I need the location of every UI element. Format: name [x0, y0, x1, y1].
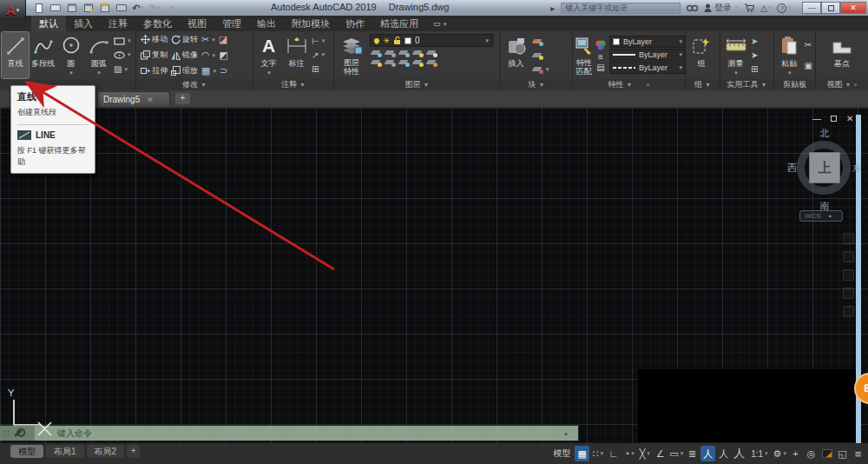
- recent-commands-icon[interactable]: ▴: [564, 426, 578, 441]
- drawing-canvas[interactable]: — ✕ 北 南 西 东 上 WCS ▾ Y ∷ 键入命令 ▴: [0, 108, 868, 443]
- navbar-orbit-icon[interactable]: [843, 269, 854, 281]
- linear-dimension-button[interactable]: ⊢▾: [312, 35, 325, 47]
- scale-tool-button[interactable]: 缩放: [171, 65, 198, 76]
- layer-unisolate-button[interactable]: [370, 57, 382, 67]
- copy-clip-button[interactable]: ▣: [805, 60, 812, 72]
- ellipse-tool-button[interactable]: ▾: [114, 49, 131, 61]
- tab-insert[interactable]: 插入: [66, 16, 101, 31]
- minimize-button[interactable]: —: [802, 2, 821, 14]
- open-file-button[interactable]: [49, 3, 62, 14]
- undo-caret-icon[interactable]: ▾: [141, 4, 144, 11]
- tab-default[interactable]: 默认: [31, 16, 66, 31]
- model-tab[interactable]: 模型: [10, 445, 43, 458]
- array-tool-button[interactable]: ▦▾: [201, 65, 216, 76]
- tab-annotate[interactable]: 注释: [101, 16, 135, 31]
- maximize-button[interactable]: [821, 2, 840, 14]
- measure-tool-button[interactable]: 测量 ▾: [722, 32, 749, 78]
- panel-label-clipboard[interactable]: 剪贴板: [774, 79, 815, 90]
- layer-properties-button[interactable]: 图层特性: [336, 32, 367, 78]
- panel-label-view[interactable]: 视图▼»: [816, 79, 868, 90]
- tab-featured-apps[interactable]: 精选应用: [372, 16, 426, 31]
- workspace-switch-button[interactable]: ⚙▾: [773, 446, 787, 461]
- layer-freeze-button[interactable]: [384, 48, 396, 57]
- ribbon-display-toggle[interactable]: ▭ ▾: [433, 16, 447, 31]
- layer-on-all-button[interactable]: [398, 57, 410, 67]
- layer-make-current-button[interactable]: [425, 48, 437, 57]
- new-drawing-tab-button[interactable]: +: [175, 93, 190, 104]
- erase-tool-button[interactable]: ◪: [219, 34, 227, 45]
- tab-addins[interactable]: 附加模块: [284, 16, 338, 31]
- application-menu-button[interactable]: A▾: [0, 0, 26, 20]
- tab-output[interactable]: 输出: [249, 16, 284, 31]
- help-button[interactable]: ?▾: [777, 3, 791, 13]
- tab-manage[interactable]: 管理: [214, 16, 249, 31]
- properties-expander-icon[interactable]: »: [647, 82, 650, 88]
- qat-customize-button[interactable]: ▾: [165, 3, 177, 14]
- undo-button[interactable]: ↶▾: [132, 3, 144, 14]
- block-attributes-button[interactable]: ▾: [531, 63, 549, 76]
- command-customize-icon[interactable]: ∷: [3, 428, 9, 438]
- save-as-button[interactable]: [82, 3, 95, 14]
- layer-lock-button[interactable]: [411, 48, 424, 57]
- object-color-dropdown[interactable]: ByLayer▾: [609, 36, 686, 48]
- text-caret-icon[interactable]: ▾: [267, 70, 271, 76]
- polyline-tool-button[interactable]: 多段线: [30, 32, 56, 78]
- navbar-pan-icon[interactable]: [843, 233, 854, 244]
- wrench-icon[interactable]: [15, 429, 23, 437]
- command-input[interactable]: 键入命令: [35, 426, 564, 441]
- panel-label-utilities[interactable]: 实用工具▼: [720, 79, 773, 90]
- isolate-objects-button[interactable]: ◎: [804, 446, 819, 461]
- insert-block-button[interactable]: 插入: [503, 32, 529, 78]
- measure-caret-icon[interactable]: ▾: [734, 70, 738, 76]
- panel-label-layers[interactable]: 图层▼: [334, 79, 500, 90]
- offset-tool-button[interactable]: ⊃: [220, 65, 227, 76]
- edit-block-button[interactable]: [531, 49, 549, 61]
- panel-label-annotate[interactable]: 注释▼: [253, 79, 333, 90]
- layer-color-swatch[interactable]: [404, 37, 411, 44]
- search-icon[interactable]: [687, 4, 698, 12]
- isodraft-toggle[interactable]: ∠: [653, 446, 667, 461]
- signin-button[interactable]: 登录 ▾: [704, 2, 738, 14]
- layer-select-dropdown[interactable]: ☀ 0 ▾: [370, 34, 493, 47]
- match-properties-button[interactable]: 特性匹配: [575, 32, 594, 78]
- layer-unlock-icon[interactable]: [393, 36, 401, 45]
- layer-isolate-button[interactable]: [370, 48, 382, 57]
- copy-tool-button[interactable]: 复制: [141, 50, 168, 61]
- dimension-tool-button[interactable]: 标注: [283, 32, 310, 78]
- fillet-tool-button[interactable]: ◠▾: [201, 50, 215, 61]
- object-snap-toggle[interactable]: ╳▾: [637, 446, 652, 461]
- create-block-button[interactable]: [531, 35, 549, 47]
- panel-label-modify[interactable]: 修改▼: [136, 79, 253, 90]
- cut-button[interactable]: ✂: [805, 38, 812, 50]
- file-tab-drawing5[interactable]: Drawing5 ✕: [97, 91, 170, 107]
- table-button[interactable]: ⊞: [312, 63, 325, 76]
- calculator-button[interactable]: ⊞: [751, 63, 758, 76]
- panel-label-group[interactable]: 组▼: [686, 79, 720, 90]
- circle-caret-icon[interactable]: ▾: [69, 70, 73, 76]
- paste-button[interactable]: 粘贴 ▾: [776, 32, 803, 78]
- layer-on-icon[interactable]: [374, 38, 379, 43]
- model-space-toggle[interactable]: 模型: [549, 446, 574, 461]
- new-layout-button[interactable]: +: [127, 445, 140, 458]
- layer-match-button[interactable]: [425, 57, 437, 67]
- annotation-scale-icon-button[interactable]: 人: [732, 446, 746, 461]
- stretch-tool-button[interactable]: 拉伸: [141, 65, 168, 76]
- annotation-monitor-button[interactable]: +: [788, 446, 803, 461]
- linetype-list-icon[interactable]: ▤: [596, 63, 604, 72]
- lineweight-toggle[interactable]: ≣: [685, 446, 700, 461]
- polar-tracking-toggle[interactable]: ◔▾: [621, 446, 636, 461]
- graphics-performance-button[interactable]: [819, 446, 834, 461]
- search-input[interactable]: [561, 3, 681, 14]
- panel-label-properties[interactable]: 特性▼»: [573, 79, 685, 90]
- autoscale-toggle[interactable]: 人: [716, 446, 731, 461]
- grid-display-toggle[interactable]: ▦: [575, 446, 589, 461]
- quick-calc-button[interactable]: ➤: [751, 49, 758, 61]
- layer-thaw-icon[interactable]: ☀: [383, 36, 390, 45]
- base-point-button[interactable]: 基点: [825, 32, 859, 78]
- lineweight-list-icon[interactable]: ≡: [598, 52, 603, 62]
- snap-mode-toggle[interactable]: ∷▾: [590, 446, 605, 461]
- trim-tool-button[interactable]: ✂▾: [201, 34, 215, 45]
- navbar-steering-icon[interactable]: [843, 288, 854, 299]
- viewcube-top-face[interactable]: 上: [809, 152, 840, 183]
- leader-button[interactable]: ↗▾: [312, 49, 325, 61]
